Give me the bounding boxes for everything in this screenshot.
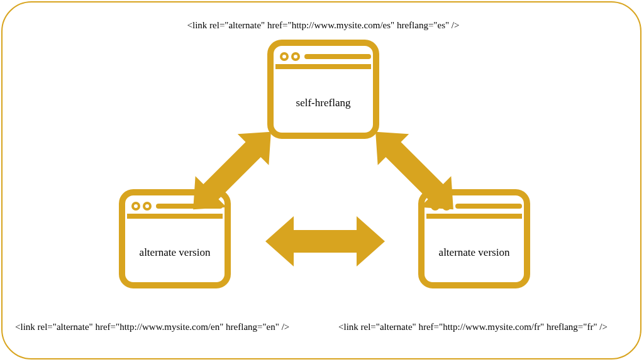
svg-rect-13 [455,204,522,209]
caption-left: <link rel="alternate" href="http://www.m… [15,322,323,332]
double-arrow-icon-left [177,116,286,225]
window-self: self-hreflang [267,39,380,140]
double-arrow-icon-right [360,116,469,225]
svg-point-6 [133,203,139,209]
svg-marker-16 [360,116,469,225]
double-arrow-icon-bottom [265,216,385,266]
svg-point-2 [292,53,299,60]
caption-right: <link rel="alternate" href="http://www.m… [338,322,644,332]
svg-rect-3 [304,54,371,59]
window-self-label: self-hreflang [267,97,380,109]
svg-point-1 [281,53,287,60]
window-right-label: alternate version [418,246,531,259]
caption-top: <link rel="alternate" href="http://www.m… [166,20,480,31]
svg-marker-15 [177,116,286,225]
svg-point-7 [144,203,150,209]
window-left-label: alternate version [118,246,231,259]
svg-marker-17 [265,216,385,266]
diagram-frame: <link rel="alternate" href="http://www.m… [1,1,641,359]
browser-window-icon [267,39,380,140]
